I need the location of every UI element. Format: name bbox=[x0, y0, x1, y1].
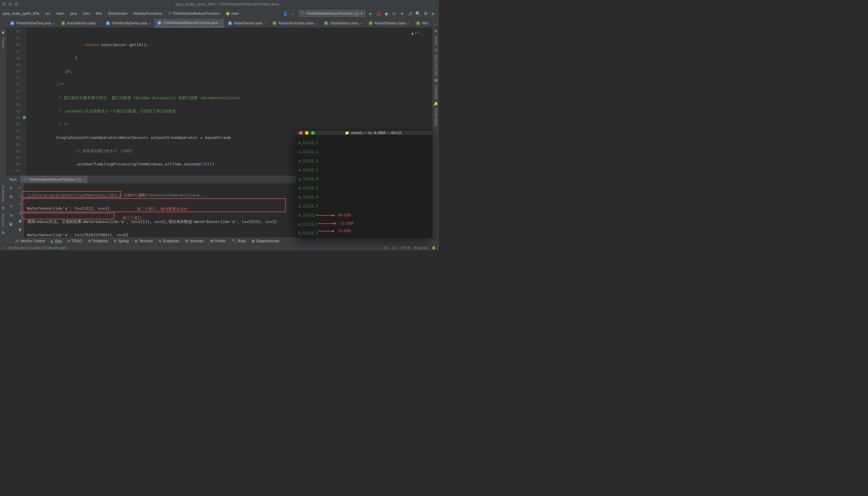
sidebar-maven[interactable]: Maven bbox=[434, 35, 438, 46]
notifications-icon[interactable]: 🔔 bbox=[433, 102, 438, 106]
tab-flinkwindowtest[interactable]: CFlinkWindowTest.java× bbox=[7, 19, 58, 27]
close-icon[interactable]: × bbox=[316, 21, 317, 25]
breadcrumb-item[interactable]: FlinkWindowReduceFunction bbox=[173, 12, 220, 16]
debug-icon[interactable]: 🐞 bbox=[376, 11, 381, 16]
lock-icon[interactable]: 🔒 bbox=[432, 246, 436, 249]
close-icon[interactable]: × bbox=[220, 21, 221, 25]
tab-flinkkeybydemo[interactable]: CFlinkKeyByDemo.java× bbox=[103, 19, 154, 27]
close-icon[interactable]: × bbox=[53, 21, 55, 25]
terminal-body[interactable]: a,11111,1 a,11111,1 a,11111,1 a,22222,2 … bbox=[296, 135, 432, 238]
minimize-window-icon[interactable] bbox=[305, 131, 309, 135]
wrap-icon[interactable]: ⏎ bbox=[19, 202, 21, 206]
build-button[interactable]: 🔨Build bbox=[232, 239, 246, 243]
inspection-badge[interactable]: ▲7 ^ ⌄ bbox=[412, 30, 423, 37]
endpoints-button[interactable]: ↯Endpoints bbox=[158, 239, 179, 243]
run-button[interactable]: ▶Run bbox=[51, 239, 62, 243]
breadcrumb[interactable]: java_scala_spark_flink〉 src〉 main〉 java〉… bbox=[3, 11, 283, 16]
breadcrumb-item[interactable]: com bbox=[83, 12, 90, 16]
tab-win[interactable]: IWin bbox=[413, 19, 432, 27]
camera-icon[interactable]: ◧ bbox=[9, 221, 14, 226]
maximize-window-icon[interactable] bbox=[14, 2, 18, 6]
close-icon[interactable]: × bbox=[264, 21, 266, 25]
tab-watersensor[interactable]: CWaterSensor.java× bbox=[225, 19, 269, 27]
gutter[interactable]: 44 45 46 47 48 49 50 51 52 53 54 55 56 5… bbox=[6, 28, 27, 175]
tab-flinkwindowreducefunction[interactable]: CFlinkWindowReduceFunction.java× bbox=[154, 19, 225, 27]
scroll-icon[interactable]: ⤓ bbox=[19, 211, 22, 215]
close-window-icon[interactable] bbox=[299, 131, 303, 135]
maximize-window-icon[interactable] bbox=[311, 131, 315, 135]
sidebar-bookmarks[interactable]: Bookmarks bbox=[1, 185, 5, 202]
services-button[interactable]: ⟳Services bbox=[185, 239, 204, 243]
profile-icon[interactable]: ⊙ bbox=[392, 11, 397, 16]
tab-keyselector[interactable]: IKeySelector.class× bbox=[58, 19, 103, 27]
run-config-dropdown[interactable]: Ⓒ FlinkWindowReduceFunction (1) ▾ bbox=[299, 10, 365, 17]
sidebar-database[interactable]: Database bbox=[434, 85, 438, 99]
chevron-down-icon[interactable]: ⌄ bbox=[421, 30, 423, 37]
more-icon[interactable]: ⋮ bbox=[438, 21, 439, 25]
tool-window-icon[interactable]: ▢ bbox=[3, 246, 6, 249]
database-icon[interactable]: ⛁ bbox=[434, 78, 437, 82]
search-icon[interactable]: 🔍 bbox=[415, 11, 420, 16]
window-controls[interactable] bbox=[2, 2, 18, 6]
run-tab[interactable]: Ⓒ FlinkWindowReduceFunction (1) × bbox=[20, 176, 88, 183]
profiler-button[interactable]: ◔Profiler bbox=[210, 239, 226, 243]
override-gutter-icon[interactable]: 57↑ bbox=[6, 114, 20, 121]
breadcrumb-item[interactable]: flink bbox=[95, 12, 102, 16]
line-separator[interactable]: LF bbox=[392, 246, 396, 249]
breadcrumb-item[interactable]: DataStream bbox=[108, 12, 127, 16]
down-icon[interactable]: ↓ bbox=[19, 194, 21, 198]
breadcrumb-item[interactable]: java bbox=[70, 12, 77, 16]
problems-button[interactable]: ⊘Problems bbox=[88, 239, 108, 243]
cursor-position[interactable]: 8:1 bbox=[384, 246, 388, 249]
close-icon[interactable]: × bbox=[83, 178, 85, 182]
close-icon[interactable]: × bbox=[98, 21, 99, 25]
breadcrumb-item[interactable]: WindowFunctions bbox=[134, 12, 162, 16]
structure-icon[interactable]: ⧉ bbox=[2, 231, 4, 235]
run-icon[interactable]: ▶ bbox=[368, 11, 373, 16]
stop-icon[interactable]: ■ bbox=[400, 11, 404, 16]
tab-datastream[interactable]: IDataStream.class× bbox=[321, 19, 366, 27]
branch-icon[interactable]: ⎇ bbox=[407, 11, 412, 16]
stop-icon[interactable]: ■ bbox=[9, 203, 14, 208]
close-icon[interactable]: × bbox=[360, 21, 362, 25]
coverage-icon[interactable]: ◉ bbox=[384, 11, 389, 16]
terminal-button[interactable]: ⧉Terminal bbox=[135, 239, 153, 243]
todo-button[interactable]: ≡TODO bbox=[68, 239, 82, 243]
play-icon[interactable]: ▶ bbox=[431, 11, 436, 16]
tabs-overflow[interactable]: ⌄⋮ bbox=[432, 19, 439, 27]
hammer-icon[interactable]: ↙ bbox=[291, 11, 296, 16]
breadcrumb-item[interactable]: main bbox=[231, 12, 239, 16]
layout-icon[interactable]: ⇲ bbox=[9, 213, 14, 217]
terminal-window[interactable]: 📁wenxin — nc -lk 8888 — 64×22 a,11111,1 … bbox=[296, 131, 432, 238]
encoding[interactable]: UTF-8 bbox=[401, 246, 410, 249]
print-icon[interactable]: 🖶 bbox=[18, 219, 22, 223]
minimize-window-icon[interactable] bbox=[9, 2, 12, 6]
sidebar-project[interactable]: Project bbox=[1, 38, 5, 48]
indent[interactable]: 4 spaces bbox=[414, 246, 428, 249]
close-icon[interactable]: × bbox=[149, 21, 151, 25]
version-control-button[interactable]: ⎇Version Control bbox=[14, 239, 45, 243]
bookmark-icon[interactable]: ◈ bbox=[2, 205, 4, 210]
attach-icon[interactable]: ⟳ bbox=[9, 195, 14, 199]
breadcrumb-item[interactable]: main bbox=[56, 12, 64, 16]
rerun-icon[interactable]: ▶ bbox=[9, 185, 14, 190]
sidebar-notifications[interactable]: Notifications bbox=[434, 108, 438, 126]
tab-keyedstream[interactable]: IKeyedStream.class× bbox=[366, 19, 413, 27]
sidebar-structure[interactable]: Structure bbox=[1, 213, 5, 227]
maven-icon[interactable]: m bbox=[435, 29, 437, 33]
sidebar-bigdata[interactable]: Big Data Tools bbox=[434, 55, 438, 76]
bigdata-icon[interactable]: D bbox=[435, 48, 437, 52]
close-icon[interactable]: × bbox=[408, 21, 409, 25]
folder-icon[interactable]: ▣ bbox=[2, 30, 4, 34]
breadcrumb-item[interactable]: java_scala_spark_flink bbox=[3, 12, 40, 16]
trash-icon[interactable]: 🗑 bbox=[18, 228, 22, 232]
chevron-up-icon[interactable]: ^ bbox=[418, 30, 420, 37]
dependencies-button[interactable]: ⊞Dependencies bbox=[252, 239, 279, 243]
up-icon[interactable]: ↑ bbox=[19, 185, 21, 189]
breadcrumb-item[interactable]: src bbox=[46, 12, 50, 16]
user-icon[interactable]: 👤 bbox=[283, 11, 288, 16]
gear-icon[interactable]: ⚙ bbox=[423, 11, 428, 16]
tab-reducefunction[interactable]: IReduceFunction.class× bbox=[269, 19, 321, 27]
spring-button[interactable]: ❀Spring bbox=[114, 239, 129, 243]
close-window-icon[interactable] bbox=[2, 2, 6, 6]
